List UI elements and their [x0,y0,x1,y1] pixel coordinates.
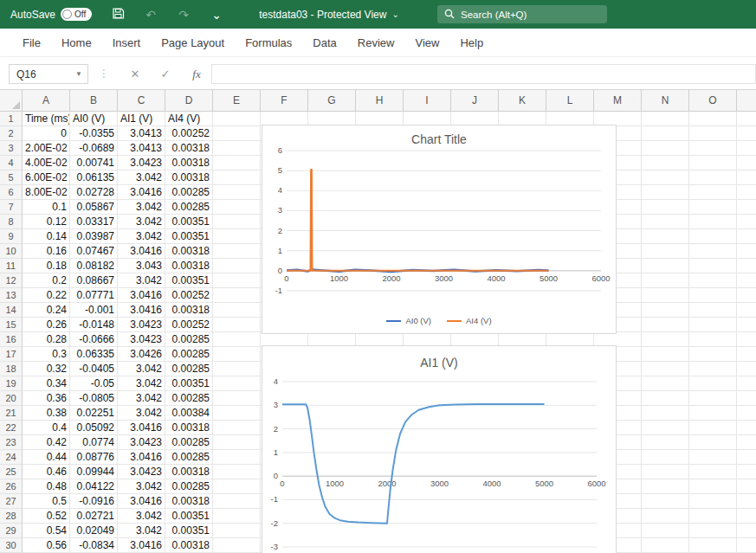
cell-C8[interactable]: 3.042 [118,215,165,229]
row-header-27[interactable]: 27 [0,494,23,509]
formula-input[interactable] [211,64,756,84]
cell-O23[interactable] [689,435,737,450]
cell-D17[interactable]: 0.00285 [165,347,213,362]
cell-C19[interactable]: 3.042 [118,376,165,391]
cell-E9[interactable] [213,229,261,244]
cell-N9[interactable] [642,229,689,244]
cell-B13[interactable]: 0.07771 [70,288,118,303]
cell-C7[interactable]: 3.042 [118,200,165,215]
cell-E26[interactable] [213,479,261,494]
cell-P17[interactable] [737,347,756,362]
cell-A7[interactable]: 0.1 [23,200,70,215]
cell-E8[interactable] [213,215,261,229]
autosave-control[interactable]: AutoSave Off [10,0,92,29]
cell-B9[interactable]: 0.03987 [70,229,118,244]
cell-D30[interactable]: 0.00318 [165,538,213,553]
cell-A22[interactable]: 0.4 [23,421,70,435]
document-title[interactable]: testdata03 - Protected View ⌄ [242,0,416,29]
series-line[interactable] [282,404,545,524]
cell-N26[interactable] [642,479,689,494]
ribbon-tab-page-layout[interactable]: Page Layout [151,29,235,56]
cell-O18[interactable] [689,362,737,376]
cell-D12[interactable]: 0.00351 [165,273,213,288]
cell-B19[interactable]: -0.05 [70,376,118,391]
cell-A23[interactable]: 0.42 [23,435,70,450]
cell-C30[interactable]: 3.0416 [118,538,165,553]
row-header-13[interactable]: 13 [0,288,23,303]
row-header-9[interactable]: 9 [0,229,23,244]
cell-O28[interactable] [689,509,737,524]
cell-N6[interactable] [642,185,689,200]
customize-qat-chevron-icon[interactable]: ⌄ [208,8,225,22]
cell-D28[interactable]: 0.00351 [165,509,213,524]
cell-D7[interactable]: 0.00285 [165,200,213,215]
cell-O13[interactable] [689,288,737,303]
cell-N29[interactable] [642,524,689,538]
cell-B4[interactable]: 0.00741 [70,156,118,170]
col-header-D[interactable]: D [165,90,213,112]
cell-N21[interactable] [642,406,689,421]
cell-P12[interactable] [737,273,756,288]
cell-N17[interactable] [642,347,689,362]
cell-D16[interactable]: 0.00285 [165,332,213,347]
cell-O2[interactable] [689,126,737,141]
cell-O16[interactable] [689,332,737,347]
ribbon-tab-insert[interactable]: Insert [102,29,152,56]
col-header-G[interactable]: G [308,90,356,112]
cell-D26[interactable]: 0.00285 [165,479,213,494]
ribbon-tab-formulas[interactable]: Formulas [235,29,302,56]
cell-A15[interactable]: 0.26 [23,318,70,332]
cell-E7[interactable] [213,200,261,215]
cell-D6[interactable]: 0.00285 [165,185,213,200]
cell-O15[interactable] [689,318,737,332]
cell-A18[interactable]: 0.32 [23,362,70,376]
row-header-3[interactable]: 3 [0,141,23,156]
cell-N8[interactable] [642,215,689,229]
col-header-O[interactable]: O [689,90,737,112]
cell-B18[interactable]: -0.0405 [70,362,118,376]
cell-A24[interactable]: 0.44 [23,450,70,465]
cell-O14[interactable] [689,303,737,318]
cell-P10[interactable] [737,244,756,259]
cell-E29[interactable] [213,524,261,538]
cell-A2[interactable]: 0 [23,126,70,141]
cell-A10[interactable]: 0.16 [23,244,70,259]
col-header-P[interactable]: P [737,90,756,112]
cell-D5[interactable]: 0.00318 [165,170,213,185]
cell-A27[interactable]: 0.5 [23,494,70,509]
cell-A17[interactable]: 0.3 [23,347,70,362]
row-header-10[interactable]: 10 [0,244,23,259]
row-header-11[interactable]: 11 [0,259,23,273]
cell-N2[interactable] [642,126,689,141]
cell-N12[interactable] [642,273,689,288]
cell-C24[interactable]: 3.0416 [118,450,165,465]
cell-O17[interactable] [689,347,737,362]
cell-D3[interactable]: 0.00318 [165,141,213,156]
cell-N4[interactable] [642,156,689,170]
row-header-20[interactable]: 20 [0,391,23,406]
cell-B20[interactable]: -0.0805 [70,391,118,406]
cell-D20[interactable]: 0.00285 [165,391,213,406]
row-header-7[interactable]: 7 [0,200,23,215]
cell-O9[interactable] [689,229,737,244]
cell-P5[interactable] [737,170,756,185]
cell-P8[interactable] [737,215,756,229]
cell-P18[interactable] [737,362,756,376]
cell-P14[interactable] [737,303,756,318]
cell-C23[interactable]: 3.0423 [118,435,165,450]
cell-A9[interactable]: 0.14 [23,229,70,244]
cell-N16[interactable] [642,332,689,347]
row-header-23[interactable]: 23 [0,435,23,450]
cell-B14[interactable]: -0.001 [70,303,118,318]
cell-P7[interactable] [737,200,756,215]
cell-C12[interactable]: 3.042 [118,273,165,288]
cell-O22[interactable] [689,421,737,435]
cell-C16[interactable]: 3.0423 [118,332,165,347]
redo-icon[interactable]: ↷ [175,8,192,22]
cell-B15[interactable]: -0.0148 [70,318,118,332]
cell-C22[interactable]: 3.0416 [118,421,165,435]
save-icon[interactable] [109,7,126,23]
cell-O11[interactable] [689,259,737,273]
cell-N27[interactable] [642,494,689,509]
cell-E25[interactable] [213,465,261,479]
